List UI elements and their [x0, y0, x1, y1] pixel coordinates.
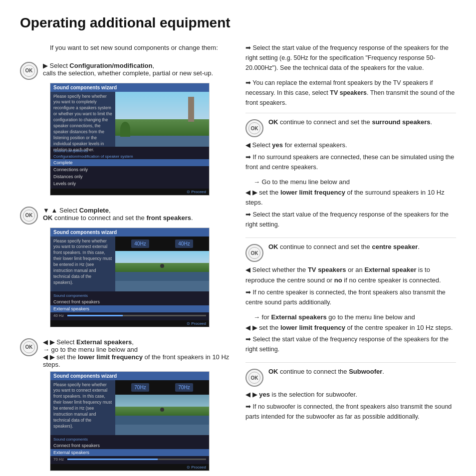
ok-inner-3: OK: [23, 341, 35, 353]
sky3: [115, 395, 209, 407]
ok-button-2[interactable]: OK: [20, 207, 38, 225]
screen1-proceed: ⊙ Proceed: [187, 190, 206, 194]
freq-box-3b: 70Hz: [175, 383, 193, 392]
screen2-proceed: ⊙ Proceed: [187, 321, 206, 326]
menu2-connect: Connect front speakers: [50, 298, 209, 305]
freq-box-2: 40Hz: [175, 239, 193, 248]
screen1-menu: Sound components Configuration/modificat…: [50, 147, 209, 189]
ok-centre[interactable]: OK: [245, 244, 263, 262]
menu3-connect: Connect front speakers: [50, 442, 209, 449]
section-sub: OK OK continue to connect the Subwoofer.…: [245, 368, 456, 422]
left-column: If you want to set new sound components …: [20, 43, 231, 476]
centre-note: ➡ If no centre speaker is connected, the…: [245, 287, 456, 307]
surround-goto: → Go to the menu line below and: [253, 177, 456, 188]
bold-ext-sp: External speaker: [364, 266, 416, 273]
step-2-ok: OK continue to connect and set the front…: [43, 214, 231, 222]
step-2-content: ▼ ▲ Select Complete, OK continue to conn…: [43, 206, 231, 222]
screen1-bottom: ⊙ Proceed: [50, 189, 209, 195]
screen2-top: Sound components wizard: [50, 228, 209, 237]
step-1-bullet: ▶ Select Configuration/modification,: [43, 62, 231, 69]
step-1-ok-desc: calls the selection, whether complete, p…: [43, 69, 231, 77]
screen-mockup-3: Sound components wizard Please specify h…: [50, 371, 210, 471]
bold-lower-centre: lower limit frequency: [280, 324, 345, 331]
screen1-menu-label: Sound components: [50, 148, 209, 154]
bold-lower-surround: lower limit frequency: [280, 189, 345, 196]
ok-inner-surround: OK: [248, 122, 260, 134]
ok-inner-sub: OK: [248, 372, 260, 384]
step-2-arrow: ▼ ▲ Select Complete,: [43, 207, 231, 214]
page-title: Operating additional equipment: [20, 15, 456, 31]
bold-ext-sp-2: External speakers: [271, 313, 326, 321]
step-3-content: ◀ ▶ Select External speakers, → go to th…: [43, 337, 231, 368]
bold-front: front speakers: [146, 214, 191, 222]
sub-content: OK continue to connect the Subwoofer.: [268, 368, 456, 375]
ok-inner-1: OK: [23, 65, 35, 77]
section-2: OK ▼ ▲ Select Complete, OK continue to c…: [20, 206, 231, 327]
menu-item-levels: Levels only: [50, 180, 209, 187]
slider-row-3: 70 Hz: [50, 456, 209, 463]
bold-complete: Complete: [79, 207, 109, 214]
menu-item-complete: Complete: [50, 159, 209, 166]
sub-note: ➡ If no subwoofer is connected, the fron…: [245, 402, 456, 422]
ok-label-2: OK: [43, 214, 53, 222]
screen2-image: 40Hz 40Hz: [115, 237, 209, 291]
bold-external: External speakers: [76, 338, 132, 346]
screen1-text: Please specify here whether you want to …: [50, 92, 115, 147]
ok-inner-2: OK: [23, 210, 35, 222]
screen3-top: Sound components wizard: [50, 372, 209, 380]
sky2: [115, 251, 209, 263]
slider-fill-3: [67, 459, 158, 460]
screen2-menu: Sound components Connect front speakers …: [50, 291, 209, 320]
freq-box-1: 40Hz: [131, 239, 149, 248]
ok-label-sub: OK: [268, 368, 278, 375]
bold-surround: surround speakers: [372, 118, 430, 126]
screen-mockup-2: Sound components wizard Please specify h…: [50, 228, 210, 327]
sub-ok-desc: OK continue to connect the Subwoofer.: [268, 368, 456, 375]
bold-config: Configuration/modification: [69, 62, 152, 69]
screen3-text: Please specify here whether you want to …: [50, 380, 115, 435]
bold-centre: centre speaker: [372, 243, 418, 250]
section-surround: OK OK continue to connect and set the su…: [245, 118, 456, 230]
screen1-top: Sound components wizard: [50, 83, 209, 92]
sub-yes: ◀ ▶ yes is the selection for subwoofer.: [245, 390, 456, 400]
right-note-2: ➡ You can replace the external front spe…: [245, 78, 456, 108]
screen2-text: Please specify here whether you want to …: [50, 237, 115, 291]
dot-center-2: [160, 264, 164, 268]
sky-bg: [115, 92, 209, 119]
screen3-bottom: ⊙ Proceed: [50, 464, 209, 471]
slider-label-2: 40 Hz: [53, 313, 65, 318]
bold-tv-speakers: TV speakers: [330, 89, 367, 96]
tower: [188, 97, 194, 122]
screen3-proceed: ⊙ Proceed: [187, 465, 206, 470]
slider-track-2: [67, 315, 206, 316]
freq-box-3a: 70Hz: [131, 383, 149, 392]
slider-fill-2: [67, 315, 123, 316]
trees: [120, 122, 130, 137]
surround-note2: ➡ Select the start value of the frequenc…: [245, 210, 456, 230]
menu3-external: External speakers: [50, 449, 209, 456]
divider-2: [245, 238, 456, 238]
screen3-menu-label: Sound components: [50, 437, 209, 442]
bold-lower-freq: lower limit frequency: [78, 353, 143, 361]
centre-freq: ◀ ▶ set the lower limit frequency of the…: [245, 323, 456, 333]
ok-sub[interactable]: OK: [245, 369, 263, 387]
surround-yes: ◀ Select yes for external speakers.: [245, 140, 456, 151]
section-1: OK ▶ Select Configuration/modification, …: [20, 61, 231, 196]
surround-freq: ◀ ▶ set the lower limit frequency of the…: [245, 188, 456, 209]
centre-ok-desc: OK continue to connect and set the centr…: [268, 243, 456, 250]
surround-content: OK continue to connect and set the surro…: [268, 118, 456, 126]
screen3-menu: Sound components Connect front speakers …: [50, 435, 209, 464]
divider-3: [245, 362, 456, 363]
surround-note: ➡ If no surround speakers are connected,…: [245, 152, 456, 172]
centre-select: ◀ Select whether the TV speakers or an E…: [245, 265, 456, 286]
dot-center-3: [160, 408, 164, 412]
ok-button-3[interactable]: OK: [20, 338, 38, 356]
screen1-menu-sublabel: Configuration/modification of speaker sy…: [50, 154, 209, 159]
menu-item-connections: Connections only: [50, 166, 209, 173]
bold-yes-sub: yes: [259, 391, 270, 398]
menu2-external: External speakers: [50, 305, 209, 312]
ok-surround[interactable]: OK: [245, 119, 263, 137]
step-3-bullet2: → go to the menu line below and: [43, 346, 231, 353]
centre-goto: → for External speakers go to the menu l…: [253, 312, 456, 323]
ok-button-1[interactable]: OK: [20, 62, 38, 80]
